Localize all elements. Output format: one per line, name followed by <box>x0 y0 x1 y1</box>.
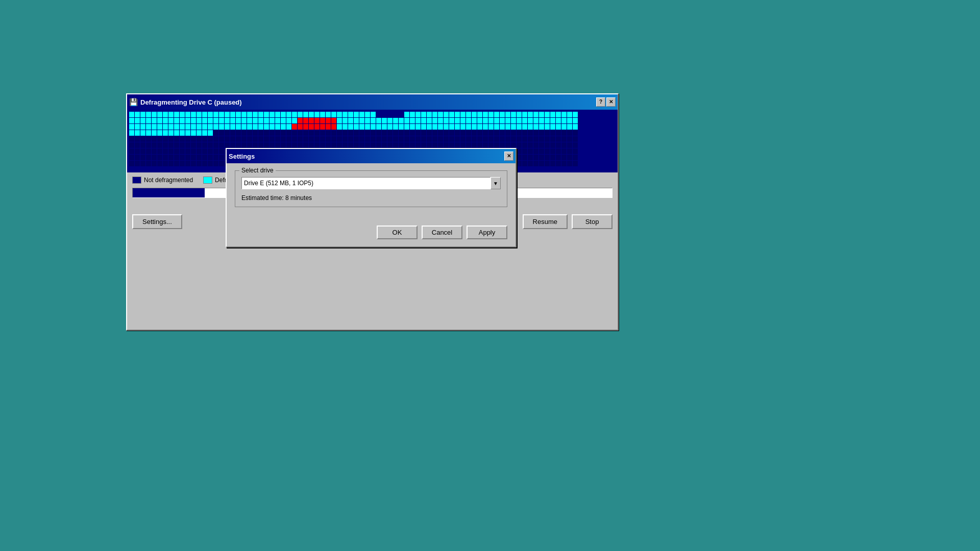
group-label: Select drive <box>239 167 276 174</box>
main-window-title: Defragmenting Drive C (paused) <box>140 98 242 106</box>
close-button[interactable]: ✕ <box>606 97 616 107</box>
cancel-button[interactable]: Cancel <box>422 226 462 239</box>
legend-not-defrag-label: Not defragmented <box>144 177 193 184</box>
dialog-title: Settings <box>229 153 255 160</box>
legend-not-defrag: Not defragmented <box>132 177 193 184</box>
title-bar-left: 💾 Defragmenting Drive C (paused) <box>129 98 242 106</box>
legend-box-not-defrag <box>132 177 141 184</box>
ok-button[interactable]: OK <box>377 226 418 239</box>
main-title-bar: 💾 Defragmenting Drive C (paused) ? ✕ <box>127 94 618 110</box>
drive-dropdown-input[interactable] <box>241 177 491 189</box>
dropdown-arrow-button[interactable]: ▼ <box>491 177 501 189</box>
resume-button[interactable]: Resume <box>523 214 568 229</box>
main-window-icon: 💾 <box>129 98 137 106</box>
settings-button[interactable]: Settings... <box>132 214 182 229</box>
drive-group: Select drive ▼ Estimated time: 8 minutes <box>235 170 507 207</box>
right-buttons: Resume Stop <box>523 214 612 229</box>
dialog-content: Select drive ▼ Estimated time: 8 minutes <box>227 163 516 221</box>
dialog-close-button[interactable]: ✕ <box>504 152 513 161</box>
progress-bar-fill <box>133 188 205 197</box>
dialog-title-bar: Settings ✕ <box>227 149 516 163</box>
apply-button[interactable]: Apply <box>467 226 507 239</box>
stop-button[interactable]: Stop <box>572 214 612 229</box>
settings-dialog: Settings ✕ Select drive ▼ Estimated time… <box>226 148 517 247</box>
legend-box-defrag <box>203 177 212 184</box>
dropdown-container: ▼ <box>241 177 501 189</box>
estimated-time: Estimated time: 8 minutes <box>241 194 501 202</box>
help-button[interactable]: ? <box>596 97 605 107</box>
dialog-buttons: OK Cancel Apply <box>227 221 516 246</box>
title-bar-buttons: ? ✕ <box>596 97 616 107</box>
